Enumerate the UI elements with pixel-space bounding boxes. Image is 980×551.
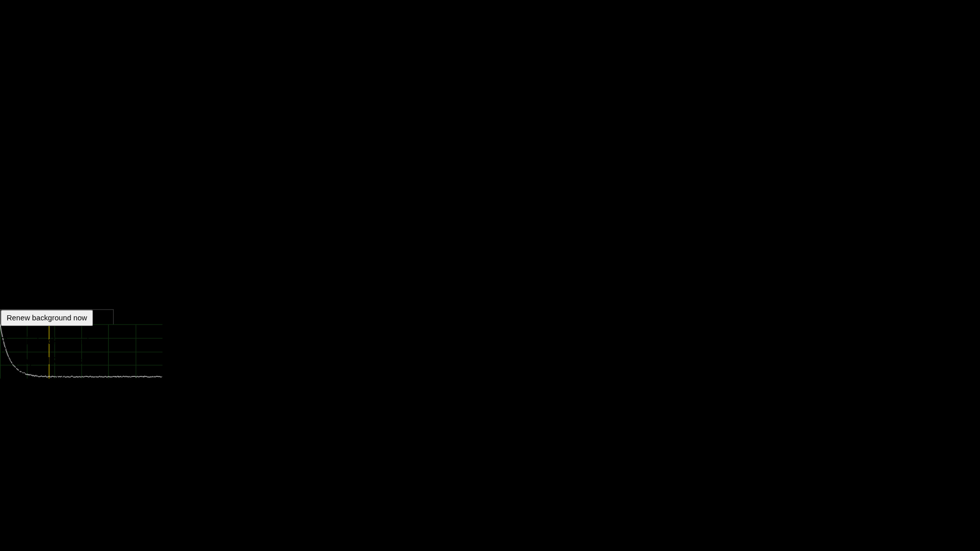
ascope-y-axis-label: A-scope [0,226,208,263]
minimize-button[interactable]: ‒ [0,90,980,101]
app-window-title: StreamLine XR v14-6.vi [0,124,106,135]
backscatter-title: Backscatter [0,440,980,448]
desktop-icon-label: Auto Screen Capture [0,67,980,79]
desktop-icon-autoscreen[interactable]: AutoScreen... [0,56,980,67]
app-title-bar[interactable]: StreamLine XR v14-6.vi ‒ □ ✕ [0,124,980,170]
app-restore-button[interactable]: □ [0,147,980,158]
desktop-icon-label: Wind Lidar Software [0,45,980,56]
tab-scheduling[interactable]: Scheduling [0,204,980,215]
tab-system-setup[interactable]: System setup [0,170,980,181]
tick-label: 1.15 [0,275,20,286]
desktop-icon-wind-lidar[interactable]: Wind Lidar Software [0,45,980,56]
rdp-title-bar[interactable]: 192.168.0.150 - Remote Desktop Connectio… [0,79,980,124]
desktop: Recycle Bin BL-View Google Chrome MW41 W… [0,0,980,551]
desktop-icon-bl-view[interactable]: BL-View [0,11,980,22]
el-value-field[interactable]: 090.000 [0,419,45,433]
app-minimize-button[interactable]: ‒ [0,136,980,147]
tick-label: 1.05 [0,297,20,309]
backscatter-y-axis-label: Range (m) [0,448,980,523]
rdp-window: 192.168.0.150 - Remote Desktop Connectio… [0,79,980,551]
ascope-frame: A-scope 1.201.151.101.050.99 02000400060… [0,226,208,309]
app-close-button[interactable]: ✕ [0,158,980,170]
tab-real-time-data[interactable]: Real time data [0,181,980,192]
rdp-content: StreamLine XR v14-6.vi ‒ □ ✕ System setu… [0,124,980,551]
desktop-icon-mw41[interactable]: MW41 [0,34,980,45]
tab-strip: System setup Real time data Temp/humidit… [0,170,980,226]
tick-label: 1.20 [0,264,20,275]
close-button[interactable]: ✕ [0,112,980,124]
desktop-icon-label: Recycle Bin [0,0,980,11]
desktop-icon-google-chrome[interactable]: Google Chrome [0,22,980,34]
labview-panel: A-scope 1.201.151.101.050.99 02000400060… [0,226,980,551]
tick-label: 5500 [0,535,18,546]
desktop-icon-label: AutoScreen... [0,56,980,67]
desktop-icon-label: BL-View [0,11,980,22]
desktop-icon-recycle-bin[interactable]: Recycle Bin [0,0,980,11]
tick-label: 6000 [0,523,18,535]
tab-temp-humidity[interactable]: Temp/humidity [0,192,980,204]
snr-value-field[interactable]: 1.002 [1,367,22,375]
backscatter-y-ticks: 6000550050004500400035003000250020001500… [0,523,18,551]
maximize-button[interactable]: □ [0,101,980,112]
desktop-icon-label: MW41 [0,34,980,45]
rdp-window-title: 192.168.0.150 - Remote Desktop Connectio… [0,79,201,89]
tab-wind-profile[interactable]: Wind profile [0,215,980,226]
desktop-icon-label: Google Chrome [0,22,980,34]
tick-label: 5000 [0,546,18,551]
renew-background-button[interactable]: Renew background now [1,310,93,326]
scanner-position-group: Scanner position AZ 090.000 EL 090.000 [0,375,92,440]
desktop-icon-auto-screen-capture[interactable]: Auto Screen Capture [0,67,980,79]
app-content: A-scope 1.201.151.101.050.99 02000400060… [0,226,980,551]
az-value-field[interactable]: 090.000 [0,396,45,410]
tick-label: 1.10 [0,286,20,297]
